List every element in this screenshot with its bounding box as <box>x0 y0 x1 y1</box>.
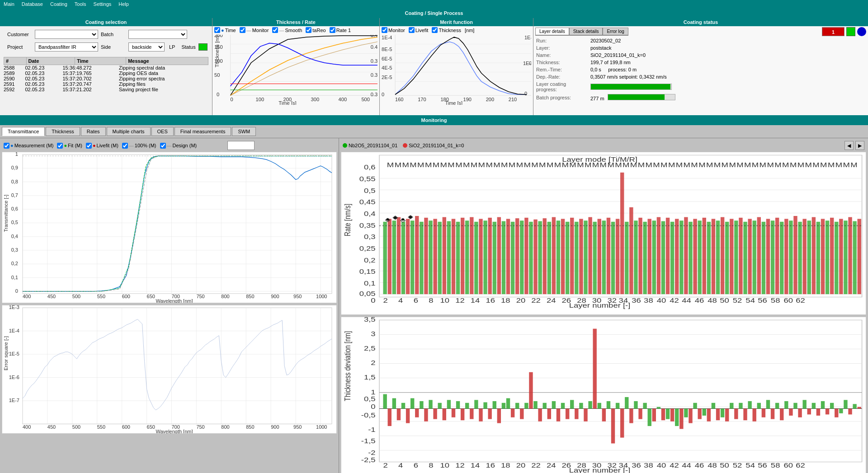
tab-layer-details[interactable]: Layer details <box>535 28 569 35</box>
cb-design[interactable] <box>160 143 166 149</box>
svg-text:0,6: 0,6 <box>11 206 18 211</box>
svg-rect-497 <box>830 403 834 409</box>
tab-stack-details[interactable]: Stack details <box>569 28 603 35</box>
svg-rect-270 <box>575 222 578 294</box>
svg-rect-489 <box>793 403 797 409</box>
svg-rect-431 <box>529 372 533 409</box>
svg-text:M: M <box>767 161 774 168</box>
svg-rect-465 <box>684 409 688 417</box>
svg-text:0,35: 0,35 <box>359 222 376 229</box>
svg-rect-425 <box>502 403 505 409</box>
tab-error-log[interactable]: Error log <box>603 28 628 35</box>
svg-rect-464 <box>679 409 683 429</box>
cb-tareo[interactable] <box>306 27 311 33</box>
log-scroll[interactable]: 2588 02.05.23 15:36:48.272 Zipping spect… <box>4 65 208 124</box>
svg-text:0: 0 <box>15 288 18 294</box>
cb-measurement[interactable] <box>4 143 9 149</box>
svg-rect-444 <box>588 401 592 409</box>
svg-text:24: 24 <box>547 297 556 304</box>
tab-thickness[interactable]: Thickness <box>46 127 80 136</box>
svg-text:1: 1 <box>371 389 375 395</box>
tab-multiple-charts[interactable]: Multiple charts <box>107 127 151 136</box>
svg-text:18: 18 <box>501 462 510 468</box>
coating-status-panel: Coating status Layer details Stack detai… <box>533 18 868 115</box>
svg-text:14: 14 <box>471 462 480 468</box>
svg-text:450: 450 <box>47 294 56 299</box>
svg-text:10: 10 <box>440 297 450 304</box>
svg-rect-422 <box>488 409 491 419</box>
svg-rect-502 <box>853 404 856 408</box>
svg-text:0,15: 0,15 <box>359 268 376 275</box>
svg-text:6E-5: 6E-5 <box>382 56 392 61</box>
tab-final-measurements[interactable]: Final measurements <box>175 127 231 136</box>
svg-rect-235 <box>415 216 419 294</box>
svg-rect-480 <box>753 409 756 421</box>
svg-text:-2,5: -2,5 <box>361 456 376 463</box>
svg-text:M: M <box>774 161 781 168</box>
log-cell-message: Zipping files <box>119 81 208 87</box>
log-row: 2590 02.05.23 15:37:20.702 Zipping error… <box>4 76 208 81</box>
svg-text:M: M <box>645 161 652 168</box>
svg-rect-264 <box>547 222 551 294</box>
svg-text:0: 0 <box>529 61 531 66</box>
svg-text:900: 900 <box>271 424 279 430</box>
cb-mf-monitor[interactable] <box>382 27 387 33</box>
svg-text:400: 400 <box>23 294 31 299</box>
tab-swm[interactable]: SWM <box>232 127 256 136</box>
menu-coating[interactable]: Coating <box>50 1 67 7</box>
svg-rect-404 <box>406 409 410 423</box>
svg-text:62: 62 <box>796 462 805 468</box>
cb-mf-thickness[interactable] <box>432 27 438 33</box>
menu-help[interactable]: Help <box>118 1 129 7</box>
svg-rect-242 <box>447 221 451 295</box>
svg-rect-330 <box>848 217 852 295</box>
svg-rect-446 <box>598 403 601 409</box>
svg-text:850: 850 <box>246 424 254 430</box>
svg-text:0,5: 0,5 <box>364 187 376 194</box>
svg-rect-498 <box>835 409 838 417</box>
cb-livefit[interactable] <box>86 143 92 149</box>
menu-database[interactable]: Database <box>22 1 43 7</box>
svg-text:6: 6 <box>414 462 418 468</box>
side-select[interactable]: backside <box>128 42 165 52</box>
customer-select[interactable] <box>35 30 98 39</box>
svg-text:M: M <box>714 161 721 168</box>
chart-right-button[interactable]: ▶ <box>855 141 864 150</box>
project-select[interactable]: Bandpassfilter IR <box>35 42 98 52</box>
cb-fit[interactable] <box>57 143 63 149</box>
menu-main[interactable]: Main <box>4 1 14 7</box>
svg-rect-456 <box>643 403 646 409</box>
svg-text:50: 50 <box>720 297 729 304</box>
cb-rate1[interactable] <box>330 27 335 33</box>
svg-text:M: M <box>729 161 736 168</box>
batch-select[interactable] <box>128 30 187 39</box>
tab-rates[interactable]: Rates <box>81 127 106 136</box>
svg-rect-269 <box>570 218 574 294</box>
run-value: 20230502_02 <box>588 37 868 44</box>
svg-rect-418 <box>470 409 473 419</box>
svg-rect-298 <box>703 218 706 294</box>
svg-text:32: 32 <box>607 462 617 468</box>
cb-smooth[interactable] <box>272 27 278 33</box>
log-cell-id: 2592 <box>4 87 25 92</box>
cb-monitor[interactable] <box>240 27 245 33</box>
chart-left-button[interactable]: ◀ <box>844 141 854 150</box>
svg-text:-1: -1 <box>368 426 375 433</box>
menu-settings[interactable]: Settings <box>94 1 112 7</box>
menu-tools[interactable]: Tools <box>75 1 86 7</box>
svg-text:Thickness [nm]: Thickness [nm] <box>214 35 220 67</box>
svg-rect-255 <box>506 219 510 294</box>
tab-oes[interactable]: OES <box>151 127 174 136</box>
svg-text:650: 650 <box>147 424 155 430</box>
thickness-rate-panel: Thickness / Rate ● Time — Monitor — Smoo… <box>212 18 380 115</box>
log-row: 2589 02.05.23 15:37:19.765 Zipping OES d… <box>4 70 208 76</box>
cb-mf-livefit[interactable] <box>409 27 415 33</box>
svg-text:M: M <box>676 161 683 168</box>
log-cell-message: Zipping error spectra <box>119 76 208 81</box>
log-col-id: # <box>4 57 27 65</box>
cb-100pct[interactable] <box>122 143 128 149</box>
svg-rect-323 <box>816 222 820 294</box>
transmittance-chart: 1 0,9 0,8 0,7 0,6 0,5 0,4 0,3 0,2 0,1 0 … <box>2 152 337 303</box>
tab-transmittance[interactable]: Transmittance <box>2 127 45 136</box>
cb-time[interactable] <box>214 27 220 33</box>
